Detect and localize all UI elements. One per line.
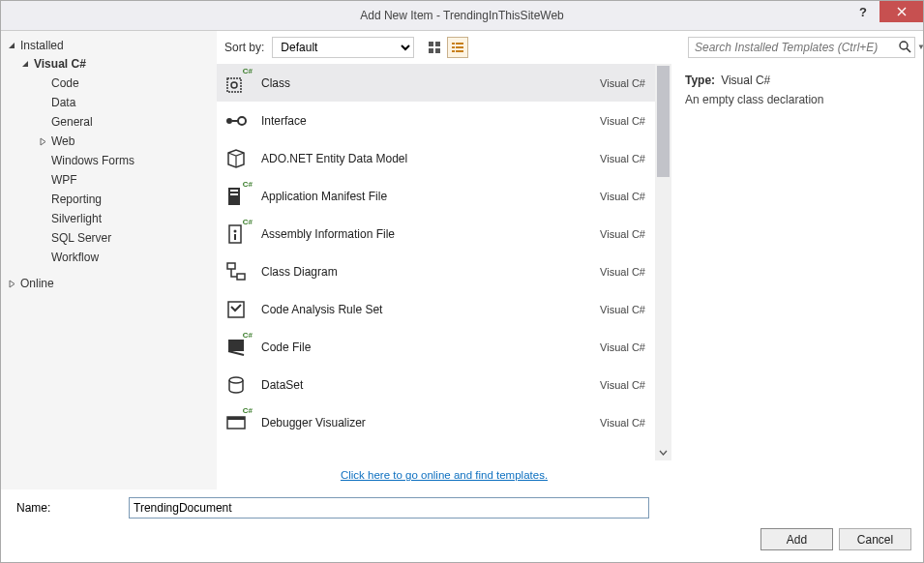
- template-name: DataSet: [261, 378, 600, 392]
- class-icon: C#: [223, 70, 250, 97]
- search-dropdown-icon[interactable]: ▼: [917, 43, 924, 51]
- template-name: Code Analysis Rule Set: [261, 303, 600, 316]
- template-item-assembly-info[interactable]: C# Assembly Information File Visual C#: [217, 215, 655, 252]
- svg-rect-22: [237, 274, 245, 280]
- template-name: Application Manifest File: [261, 190, 600, 203]
- details-type-label: Type:: [685, 74, 715, 87]
- template-name: ADO.NET Entity Data Model: [261, 152, 600, 165]
- template-name: Code File: [261, 341, 600, 354]
- template-lang: Visual C#: [600, 304, 647, 315]
- svg-point-10: [900, 42, 908, 49]
- scrollbar[interactable]: [655, 64, 671, 460]
- template-item-code-file[interactable]: C# Code File Visual C#: [217, 328, 655, 366]
- tree-node-reporting[interactable]: Reporting: [51, 190, 217, 209]
- template-item-manifest[interactable]: C# Application Manifest File Visual C#: [217, 177, 655, 215]
- right-columns: Sort by: Default ▼: [217, 31, 923, 489]
- expand-icon: [7, 279, 16, 288]
- sort-by-select[interactable]: Default: [272, 37, 414, 58]
- scrollbar-thumb[interactable]: [657, 66, 670, 177]
- code-file-icon: C#: [223, 334, 250, 361]
- template-lang: Visual C#: [600, 266, 647, 278]
- template-lang: Visual C#: [600, 115, 647, 127]
- details-panel: Type: Visual C# An empty class declarati…: [671, 64, 923, 489]
- template-item-ado-net[interactable]: ADO.NET Entity Data Model Visual C#: [217, 139, 655, 177]
- tree-node-general[interactable]: General: [51, 112, 217, 132]
- content-row: C# Class Visual C# Interface Visual C# A…: [217, 64, 923, 489]
- scroll-down-icon[interactable]: [655, 444, 671, 460]
- svg-point-14: [238, 117, 246, 125]
- template-list-panel: C# Class Visual C# Interface Visual C# A…: [217, 64, 671, 489]
- svg-rect-8: [452, 50, 455, 52]
- tree-node-windows-forms[interactable]: Windows Forms: [51, 151, 217, 170]
- search-icon[interactable]: [898, 40, 911, 53]
- template-lang: Visual C#: [600, 341, 647, 353]
- search-input[interactable]: [688, 37, 915, 58]
- details-type-value: Visual C#: [721, 74, 770, 87]
- svg-rect-5: [456, 43, 463, 44]
- svg-rect-27: [227, 417, 245, 420]
- class-diagram-icon: [223, 258, 250, 285]
- cancel-button[interactable]: Cancel: [839, 528, 911, 550]
- tree-node-workflow[interactable]: Workflow: [51, 248, 217, 267]
- template-lang: Visual C#: [600, 191, 647, 202]
- svg-rect-11: [227, 78, 241, 92]
- svg-rect-6: [452, 46, 455, 48]
- tree-section-installed[interactable]: Installed: [7, 37, 217, 54]
- template-lang: Visual C#: [600, 417, 647, 429]
- template-item-interface[interactable]: Interface Visual C#: [217, 102, 655, 139]
- template-list[interactable]: C# Class Visual C# Interface Visual C# A…: [217, 64, 671, 460]
- svg-point-13: [226, 118, 232, 124]
- tree-section-online[interactable]: Online: [7, 275, 217, 292]
- template-item-dataset[interactable]: DataSet Visual C#: [217, 366, 655, 403]
- svg-rect-24: [228, 340, 244, 351]
- svg-point-12: [231, 82, 237, 88]
- tree-node-silverlight[interactable]: Silverlight: [51, 209, 217, 228]
- tree-node-wpf[interactable]: WPF: [51, 170, 217, 190]
- title-bar: Add New Item - TrendingInThisSiteWeb ?: [1, 1, 923, 30]
- tree-node-code[interactable]: Code: [51, 74, 217, 93]
- view-list-button[interactable]: [447, 37, 468, 58]
- view-mode-buttons: [424, 37, 468, 58]
- tree-node-sql-server[interactable]: SQL Server: [51, 228, 217, 248]
- view-grid-button[interactable]: [424, 37, 445, 58]
- tree-installed-children: Visual C# Code Data General Web Windows …: [7, 54, 217, 267]
- bottom-panel: Name: Add Cancel: [1, 489, 923, 562]
- svg-rect-7: [456, 46, 463, 48]
- svg-rect-9: [456, 50, 463, 52]
- find-templates-link[interactable]: Click here to go online and find templat…: [341, 469, 548, 481]
- list-icon: [451, 41, 464, 54]
- sort-by-label: Sort by:: [224, 41, 264, 54]
- tree-node-visual-csharp[interactable]: Visual C#: [20, 54, 217, 74]
- template-name: Debugger Visualizer: [261, 416, 600, 430]
- collapse-icon: [20, 59, 30, 69]
- data-model-icon: [223, 145, 250, 172]
- template-item-class[interactable]: C# Class Visual C#: [217, 64, 655, 102]
- close-button[interactable]: [879, 1, 923, 22]
- svg-rect-3: [435, 48, 440, 53]
- tree-node-data[interactable]: Data: [51, 93, 217, 112]
- svg-rect-16: [230, 190, 238, 192]
- manifest-icon: C#: [223, 183, 250, 210]
- template-item-debugger-visualizer[interactable]: C# Debugger Visualizer Visual C#: [217, 403, 655, 441]
- template-item-code-analysis[interactable]: Code Analysis Rule Set Visual C#: [217, 290, 655, 328]
- template-name: Class Diagram: [261, 265, 600, 279]
- template-item-class-diagram[interactable]: Class Diagram Visual C#: [217, 252, 655, 290]
- collapse-icon: [7, 41, 16, 50]
- help-button[interactable]: ?: [847, 1, 879, 22]
- name-input[interactable]: [129, 497, 649, 519]
- svg-rect-17: [230, 193, 238, 195]
- details-type-row: Type: Visual C#: [685, 74, 909, 87]
- template-lang: Visual C#: [600, 228, 647, 240]
- add-button[interactable]: Add: [760, 528, 833, 550]
- template-name: Interface: [261, 114, 600, 128]
- main-area: Installed Visual C# Code Data General We…: [1, 30, 923, 489]
- visualizer-icon: C#: [223, 409, 250, 436]
- expand-icon: [38, 136, 47, 146]
- tree-section-label: Installed: [20, 39, 64, 52]
- info-file-icon: C#: [223, 221, 250, 248]
- tree-node-web[interactable]: Web: [38, 132, 217, 151]
- svg-rect-21: [227, 263, 235, 269]
- help-icon: ?: [859, 5, 867, 19]
- template-name: Class: [261, 76, 600, 90]
- window-controls: ?: [847, 1, 923, 22]
